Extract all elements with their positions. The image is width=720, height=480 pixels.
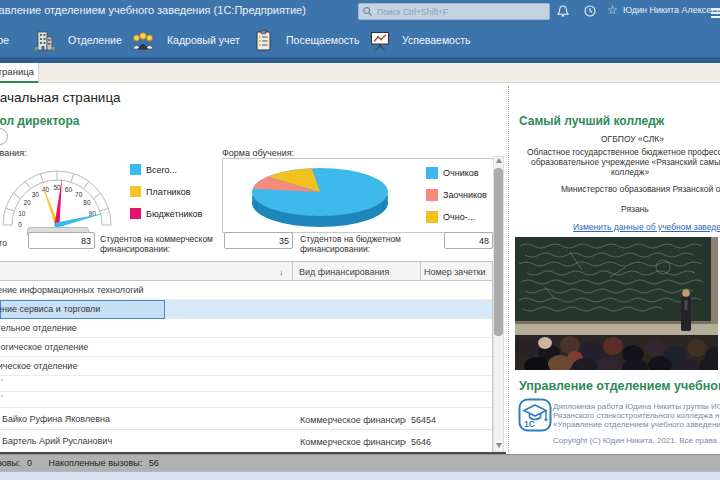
total-students-label: Студентов всего bbox=[0, 238, 7, 248]
chart-board-icon[interactable] bbox=[368, 29, 392, 53]
copyright-line: Copyright (C) Юдин Никита, 2021. Все пра… bbox=[553, 436, 720, 445]
bell-icon[interactable] bbox=[556, 4, 570, 18]
current-calls-label: Текущие вызовы: bbox=[0, 458, 21, 468]
svg-text:50: 50 bbox=[53, 184, 61, 191]
status-bar: Текущие вызовы: 0 Накопленные вызовы: 56 bbox=[0, 454, 720, 471]
column-header-gradebook[interactable]: Номер зачетки bbox=[424, 267, 486, 277]
legend-swatch bbox=[130, 186, 141, 197]
college-short-name: ОГБПОУ «СЛК» bbox=[601, 134, 664, 144]
page-title: Начальная страница bbox=[0, 90, 121, 105]
edit-college-link[interactable]: Изменить данные об учебном заведении bbox=[573, 222, 720, 232]
education-chart-label: Форма обучения: bbox=[222, 148, 294, 158]
table-row[interactable]: ’ bbox=[0, 392, 492, 408]
table-header[interactable]: ↓ Вид финансирования Номер зачетки bbox=[0, 261, 492, 281]
legend-swatch bbox=[130, 164, 141, 175]
commercial-students-label: Студентов на коммерческом финансировании… bbox=[100, 234, 220, 254]
about-heading: Управление отделением учебного заведения bbox=[519, 379, 720, 393]
nav-item-attendance[interactable]: Посещаемость bbox=[286, 34, 359, 46]
star-icon[interactable]: ☆ bbox=[607, 3, 618, 17]
legend-item-zaochnikov: Заочников bbox=[426, 189, 487, 201]
table-row[interactable]: Строительное отделение bbox=[0, 319, 492, 338]
about-line: Рязанского станкостроительного колледжа … bbox=[553, 411, 719, 420]
legend-swatch bbox=[426, 189, 438, 201]
scroll-down-icon[interactable] bbox=[496, 443, 502, 448]
about-line: «Управление отделением учебного заведени… bbox=[553, 420, 720, 429]
history-icon[interactable] bbox=[583, 4, 597, 18]
search-icon bbox=[362, 6, 373, 17]
graduation-cap-icon: 1С bbox=[518, 398, 552, 432]
column-divider[interactable] bbox=[292, 262, 293, 280]
accumulated-calls-value: 56 bbox=[149, 458, 159, 468]
table-row-selected[interactable]: Отделение сервиса и торговли bbox=[0, 300, 492, 319]
window-title: Управление отделением учебного заведения… bbox=[0, 4, 306, 16]
people-icon[interactable] bbox=[131, 29, 155, 53]
legend-swatch bbox=[426, 167, 438, 179]
college-name-line: Областное государственное бюджетное проф… bbox=[527, 147, 720, 157]
svg-text:70: 70 bbox=[75, 191, 83, 198]
svg-text:60: 60 bbox=[65, 186, 73, 193]
college-heading: Самый лучший колледж bbox=[519, 114, 664, 128]
tab-label: Начальная страница bbox=[0, 66, 38, 77]
college-city: Рязань bbox=[621, 204, 649, 214]
legend-swatch bbox=[130, 208, 141, 219]
scroll-up-icon[interactable] bbox=[496, 158, 502, 163]
total-students-field[interactable] bbox=[28, 232, 95, 249]
refresh-icon[interactable] bbox=[0, 128, 8, 145]
needle-total bbox=[56, 213, 105, 228]
menu-icon[interactable] bbox=[711, 6, 720, 20]
search-input[interactable] bbox=[375, 6, 539, 18]
legend-item-total: Всего... bbox=[130, 164, 177, 175]
nav-item-grades[interactable]: Успеваемость bbox=[402, 34, 470, 46]
college-ministry: Министерство образования Рязанской облас… bbox=[561, 184, 720, 194]
about-line: Дипломная работа Юдина Никиты группы ИС- bbox=[553, 402, 720, 411]
svg-text:10: 10 bbox=[18, 210, 26, 217]
commercial-students-field[interactable] bbox=[224, 232, 293, 249]
table-row[interactable]: Бартель Арий Русланович Коммерческое фин… bbox=[0, 430, 492, 452]
nav-item-department[interactable]: Отделение bbox=[68, 34, 122, 46]
column-header-finance[interactable]: Вид финансирования bbox=[299, 267, 389, 277]
legend-item-ochnikov: Очников bbox=[426, 167, 479, 179]
svg-text:1С: 1С bbox=[524, 419, 535, 429]
legend-item-budget: Бюджетников bbox=[130, 208, 202, 219]
legend-item-ochno: Очно-... bbox=[426, 211, 475, 223]
svg-text:80: 80 bbox=[83, 199, 91, 206]
title-bar: Управление отделением учебного заведения… bbox=[0, 0, 720, 23]
college-name-line: образовательное учреждение «Рязанский са… bbox=[531, 157, 720, 167]
college-name-line: колледж» bbox=[611, 167, 649, 177]
table-row[interactable]: ’ bbox=[0, 376, 492, 392]
table-row[interactable]: Механическое отделение bbox=[0, 357, 492, 376]
tab-start-page[interactable]: Начальная страница bbox=[0, 63, 39, 83]
clipboard-icon[interactable] bbox=[252, 29, 274, 53]
column-divider[interactable] bbox=[420, 262, 421, 280]
user-name[interactable]: Юдин Никита Алексеевич bbox=[623, 5, 720, 15]
svg-text:20: 20 bbox=[23, 199, 31, 206]
table-row[interactable]: Байко Руфина Яковлевна Коммерческое фина… bbox=[0, 408, 492, 430]
svg-text:30: 30 bbox=[32, 191, 40, 198]
table-row[interactable]: Отделение информационных технологий bbox=[0, 281, 492, 300]
panel-splitter[interactable] bbox=[508, 86, 509, 452]
desk-heading: Стол директора bbox=[0, 114, 79, 128]
legend-swatch bbox=[426, 211, 438, 223]
budget-students-field[interactable] bbox=[444, 232, 493, 249]
scrollbar-thumb[interactable] bbox=[494, 168, 503, 336]
education-pie-chart: Очников Заочников Очно-... bbox=[222, 158, 494, 233]
global-search[interactable] bbox=[358, 3, 550, 20]
svg-text:0: 0 bbox=[18, 221, 22, 228]
current-calls-value: 0 bbox=[27, 458, 32, 468]
nav-item-hr[interactable]: Кадровый учет bbox=[167, 34, 240, 46]
app-window: Управление отделением учебного заведения… bbox=[0, 0, 720, 480]
budget-students-label: Студентов на бюджетном финансировании: bbox=[300, 234, 412, 254]
accumulated-calls-label: Накопленные вызовы: bbox=[49, 458, 143, 468]
table-row[interactable]: Технологическое отделение bbox=[0, 338, 492, 357]
tab-bar bbox=[0, 63, 720, 83]
sort-icon[interactable]: ↓ bbox=[279, 267, 284, 277]
bottom-strip bbox=[0, 471, 720, 480]
lecture-photo bbox=[515, 237, 718, 370]
nav-item-main[interactable]: Главное bbox=[0, 34, 9, 46]
legend-item-paid: Платников bbox=[130, 186, 190, 197]
building-icon[interactable] bbox=[33, 29, 56, 53]
finance-gauge-chart: 0 10 20 30 40 50 60 70 80 90 bbox=[0, 157, 116, 233]
